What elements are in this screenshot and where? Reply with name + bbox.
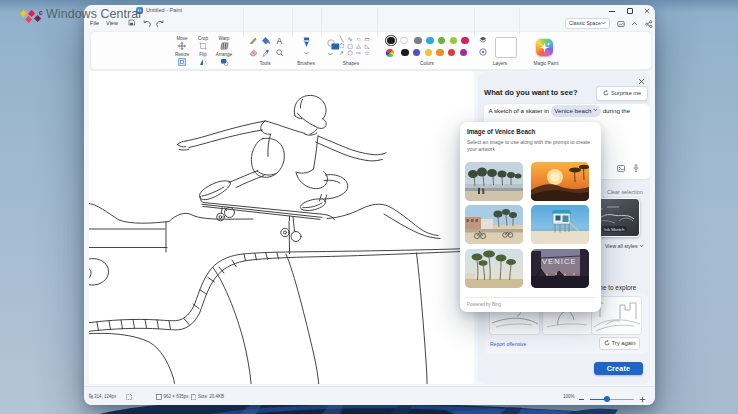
venice-photo-5[interactable]	[465, 249, 523, 288]
crop-tool-label: Crop	[198, 36, 208, 41]
color-swatch-white[interactable]	[400, 37, 408, 45]
toolbar-divider	[474, 8, 475, 37]
color-picker-tool-icon[interactable]	[262, 49, 270, 57]
magic-paint-icon[interactable]	[536, 39, 553, 56]
venice-photo-3[interactable]	[465, 205, 523, 244]
try-again-button[interactable]: Try again	[599, 337, 640, 351]
shape-line[interactable]: ╲	[340, 36, 344, 42]
layers-stack-icon[interactable]	[479, 36, 487, 44]
toolbar	[90, 31, 652, 70]
panel-heading: What do you want to see?	[484, 88, 578, 97]
drawing-canvas[interactable]	[89, 71, 474, 384]
shapes-chevron-icon[interactable]	[328, 52, 333, 56]
zoom-in-button[interactable]	[639, 396, 646, 403]
flip-tool-label: Flip	[199, 52, 206, 57]
powered-by-bing: Powered by Bing	[467, 302, 501, 307]
windows-central-text: Windows Central	[46, 7, 141, 21]
toolbar-divider	[321, 8, 322, 37]
pencil-tool-icon[interactable]	[249, 37, 257, 45]
screen: Untitled - Paint File View Classic Space	[0, 0, 738, 414]
color-wheel[interactable]	[386, 49, 394, 57]
shape-star[interactable]: ☆	[364, 50, 369, 56]
shape-rectangle[interactable]: ▭	[364, 36, 370, 42]
color-swatch-pink[interactable]	[461, 37, 469, 45]
magnifier-tool-icon[interactable]	[276, 49, 284, 57]
move-tool-icon[interactable]	[178, 42, 186, 50]
surprise-me-button[interactable]: Surprise me	[596, 86, 648, 101]
shape-right-triangle[interactable]: ◺	[365, 43, 370, 49]
minimize-button[interactable]	[604, 5, 620, 17]
resize-tool-icon[interactable]	[178, 58, 186, 66]
color-swatch-gray[interactable]	[414, 37, 422, 45]
zoom-slider[interactable]	[590, 399, 634, 401]
resize-tool-label: Resize	[175, 52, 189, 57]
venice-photo-1[interactable]	[465, 162, 523, 201]
prompt-pill-venice-beach[interactable]: Venice beach	[551, 105, 601, 117]
save-image-icon[interactable]	[617, 20, 625, 28]
color-swatch-lime[interactable]	[450, 37, 458, 45]
shape-curve[interactable]: ∿	[347, 36, 352, 42]
share-icon[interactable]	[645, 20, 653, 28]
try-again-label: Try again	[612, 340, 636, 346]
file-size-icon	[191, 394, 197, 401]
status-bar: 314, 124px 962 × 635px Size: 20.4KB 100%	[84, 386, 655, 405]
maximize-button[interactable]	[622, 5, 638, 17]
microphone-icon[interactable]	[633, 164, 639, 173]
toolbar-divider	[519, 8, 520, 37]
color-swatch-black-selected[interactable]	[387, 37, 395, 45]
color-swatch-cyan[interactable]	[426, 37, 434, 45]
venice-photo-2[interactable]	[531, 162, 589, 201]
layer-visibility-icon[interactable]	[479, 48, 487, 56]
zoom-out-button[interactable]	[579, 399, 584, 400]
zoom-slider-thumb[interactable]	[604, 396, 610, 402]
create-button-label: Create	[607, 364, 631, 373]
prompt-prefix: A sketch of a skater in	[489, 107, 550, 114]
prompt-pill-label: Venice beach	[554, 107, 591, 114]
layers-group-label: Layers	[493, 61, 507, 66]
close-icon	[644, 8, 650, 14]
color-swatch-black2[interactable]	[401, 49, 409, 57]
color-swatch-orange[interactable]	[436, 49, 444, 57]
view-all-styles-link[interactable]: View all styles	[605, 243, 644, 249]
theme-selector[interactable]: Classic Space	[565, 18, 610, 29]
close-button[interactable]	[639, 5, 655, 17]
panel-close-icon	[638, 78, 645, 85]
shape-block-arrow[interactable]: ⇨	[356, 50, 361, 56]
popup-subtitle: Select an image to use along with the pr…	[467, 139, 598, 153]
clear-selection-link[interactable]: Clear selection	[607, 189, 643, 195]
redo-icon[interactable]	[156, 20, 164, 27]
shape-triangle[interactable]: △	[356, 43, 361, 49]
brushes-chevron-icon[interactable]	[304, 51, 309, 55]
create-button[interactable]: Create	[594, 362, 643, 376]
window-title: Untitled - Paint	[146, 7, 182, 13]
brushes-icon[interactable]	[302, 37, 311, 48]
fill-tool-icon[interactable]	[262, 37, 271, 45]
venice-photo-4[interactable]	[531, 205, 589, 244]
arrange-tool-icon[interactable]	[220, 58, 229, 66]
skater-sketch	[89, 71, 474, 384]
shape-polygon[interactable]: ⬠	[339, 43, 344, 49]
crop-tool-icon[interactable]	[199, 42, 207, 50]
undo-icon[interactable]	[143, 20, 151, 27]
layer-thumbnail[interactable]	[495, 37, 517, 58]
report-offensive-link[interactable]: Report offensive	[490, 341, 526, 347]
surprise-refresh-icon	[603, 90, 609, 96]
warp-tool-label: Warp	[219, 36, 230, 41]
pill-chevron-icon	[593, 108, 598, 112]
toolbar-divider	[292, 8, 293, 37]
shape-rounded-rectangle[interactable]: ▢	[347, 43, 353, 49]
text-tool-icon[interactable]: A	[277, 36, 283, 46]
shape-pentagon[interactable]: ⬡	[347, 50, 352, 56]
warp-tool-icon[interactable]	[220, 42, 229, 50]
svg-text:VENICE: VENICE	[542, 257, 577, 266]
view-all-styles-label: View all styles	[605, 243, 637, 249]
eraser-tool-icon[interactable]	[249, 49, 258, 57]
shape-arrow[interactable]: ↗	[339, 50, 344, 56]
chevron-up-icon[interactable]	[631, 21, 638, 27]
popup-divider	[466, 297, 595, 298]
flip-tool-icon[interactable]	[199, 58, 208, 66]
shape-oval[interactable]: ○	[357, 36, 361, 42]
add-image-icon[interactable]	[617, 165, 625, 172]
venice-photo-6[interactable]: VENICE	[531, 249, 589, 288]
style-thumbnail-label: Ink Sketch	[602, 226, 627, 232]
